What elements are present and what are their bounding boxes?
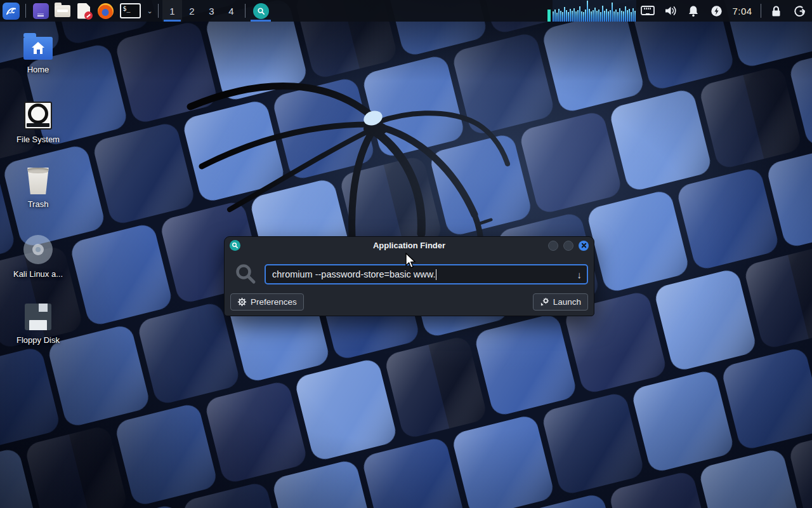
desktop-icon-label: Home	[27, 65, 49, 74]
workspace-4-button[interactable]: 4	[221, 0, 241, 22]
logout-icon	[794, 5, 806, 17]
command-input[interactable]: chromium --password-store=basic www. ↓	[265, 264, 588, 284]
desktop-icon-floppy-disk[interactable]: Floppy Disk	[8, 304, 69, 345]
terminal-icon	[33, 3, 49, 19]
search-window-icon	[253, 3, 269, 19]
desktop-icon-trash[interactable]: Trash	[8, 168, 69, 209]
panel-separator	[25, 4, 26, 18]
cpu-graph-bars	[553, 0, 636, 22]
minimize-button[interactable]	[548, 241, 558, 251]
panel-separator	[761, 4, 761, 18]
home-folder-icon	[23, 37, 53, 60]
workspace-1-button[interactable]: 1	[162, 0, 182, 22]
cpu-graph[interactable]	[553, 0, 636, 22]
top-panel: $_ ⌄ 1 2 3 4 7:04	[0, 0, 812, 22]
window-title: Application Finder	[225, 241, 594, 250]
terminal-prompt-icon: $_	[120, 3, 141, 18]
cpu-load-bar	[547, 10, 551, 22]
application-finder-icon	[230, 240, 240, 251]
text-caret	[436, 269, 436, 280]
bell-icon	[688, 5, 699, 17]
lock-icon	[771, 5, 782, 17]
terminal-launcher[interactable]	[30, 0, 51, 22]
clock[interactable]: 7:04	[728, 0, 757, 22]
desktop-icon-home[interactable]: Home	[8, 37, 69, 74]
desktop-icon-label: Floppy Disk	[16, 335, 60, 345]
power-manager-tray-item[interactable]	[705, 0, 728, 22]
desktop-icon-file-system[interactable]: File System	[8, 102, 69, 144]
text-editor-launcher[interactable]	[73, 0, 95, 22]
application-finder-window: Application Finder chromium --password-s…	[224, 236, 594, 316]
volume-tray-item[interactable]	[659, 0, 682, 22]
workspace-label: 3	[209, 6, 214, 17]
cd-disc-icon	[23, 235, 53, 264]
launch-run-icon	[540, 297, 549, 307]
applications-menu-button[interactable]	[0, 0, 22, 22]
trash-can-icon	[26, 168, 50, 194]
floppy-disk-icon	[25, 304, 51, 330]
workspace-3-button[interactable]: 3	[202, 0, 221, 22]
network-icon	[641, 5, 655, 17]
launch-button[interactable]: Launch	[533, 293, 588, 311]
launcher-dropdown[interactable]: ⌄	[144, 0, 154, 22]
gear-icon	[237, 297, 247, 307]
close-icon	[581, 243, 587, 248]
hard-drive-icon	[24, 102, 52, 130]
preferences-button[interactable]: Preferences	[230, 293, 304, 311]
close-button[interactable]	[579, 241, 589, 251]
workspace-label: 2	[189, 6, 194, 17]
firefox-icon	[98, 3, 114, 19]
network-tray-item[interactable]	[636, 0, 659, 22]
terminal-chooser-launcher[interactable]: $_	[116, 0, 144, 22]
panel-separator	[158, 4, 159, 18]
titlebar[interactable]: Application Finder	[225, 237, 594, 254]
file-manager-launcher[interactable]	[51, 0, 73, 22]
mouse-cursor	[405, 253, 417, 272]
firefox-launcher[interactable]	[95, 0, 116, 22]
dropdown-arrow-icon[interactable]: ↓	[577, 269, 582, 280]
power-bolt-icon	[710, 5, 723, 17]
launch-label: Launch	[553, 297, 581, 307]
lock-screen-button[interactable]	[765, 0, 787, 22]
preferences-label: Preferences	[251, 297, 297, 307]
taskbar-application-finder-button[interactable]	[249, 0, 272, 22]
notifications-tray-item[interactable]	[682, 0, 705, 22]
desktop-icon-kali-linux[interactable]: Kali Linux a...	[8, 235, 69, 279]
workspace-label: 4	[228, 6, 233, 17]
desktop-icon-label: File System	[16, 135, 60, 144]
workspace-label: 1	[169, 6, 174, 17]
desktop-icon-label: Kali Linux a...	[13, 269, 63, 279]
clock-time: 7:04	[732, 6, 752, 17]
maximize-button[interactable]	[563, 241, 573, 251]
edit-badge-icon	[84, 11, 93, 20]
chevron-down-icon: ⌄	[147, 7, 152, 15]
search-icon	[233, 263, 259, 286]
volume-icon	[664, 5, 678, 17]
panel-separator	[245, 4, 246, 18]
kali-logo-icon	[3, 3, 20, 20]
folder-icon	[55, 5, 70, 17]
logout-button[interactable]	[787, 0, 812, 22]
desktop-icon-label: Trash	[28, 199, 49, 209]
workspace-2-button[interactable]: 2	[182, 0, 202, 22]
